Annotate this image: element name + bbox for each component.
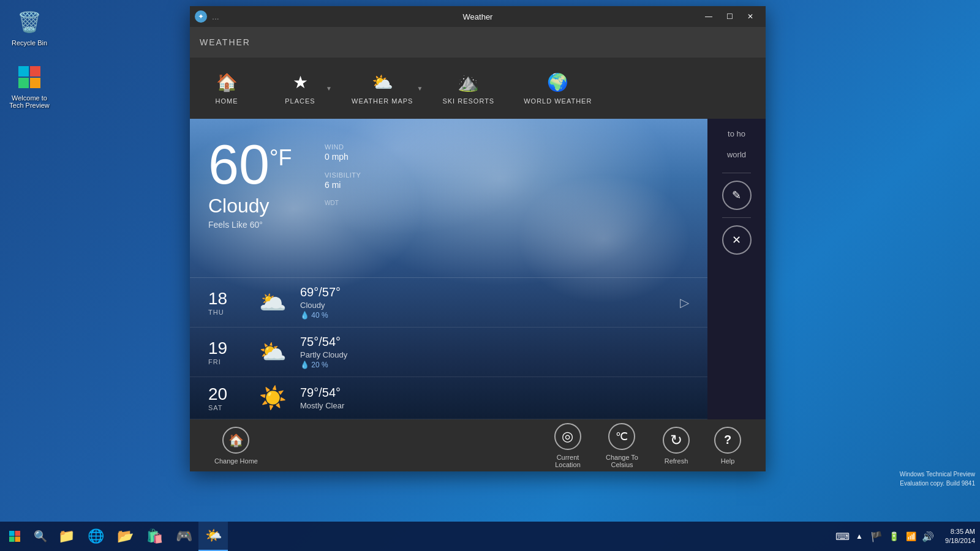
weather-maps-icon: ⛅ xyxy=(372,72,393,92)
search-button[interactable]: 🔍 xyxy=(29,525,51,547)
fri-description: Partly Cloudy xyxy=(300,350,689,359)
visibility-detail: Visibility 6 mi xyxy=(325,171,361,190)
svg-rect-1 xyxy=(30,66,40,77)
taskbar-item-ie[interactable]: 🌐 xyxy=(81,522,110,551)
change-celsius-button[interactable]: ℃ Change to Celsius xyxy=(594,418,650,473)
current-location-button[interactable]: ◎ Current Location xyxy=(542,418,594,473)
desktop-icon-welcome[interactable]: Welcome to Tech Preview xyxy=(5,60,54,111)
desktop: 🗑️ Recycle Bin Welcome to Tech Preview ✦… xyxy=(0,0,980,522)
weather-taskbar-icon: 🌤️ xyxy=(205,528,222,544)
wind-detail: Wind 0 mph xyxy=(325,143,361,162)
feels-like-text: Feels Like 60° xyxy=(208,220,689,230)
panel-remove-button[interactable]: ✕ xyxy=(722,225,752,255)
weather-content: 60°F Cloudy Feels Like 60° Wind 0 mph Vi… xyxy=(190,119,766,419)
weather-navbar-title: WEATHER xyxy=(200,37,251,47)
panel-divider-1 xyxy=(722,173,751,173)
sat-day-num: 20 xyxy=(208,384,245,404)
window-title: Weather xyxy=(463,12,493,21)
taskbar-item-weather[interactable]: 🌤️ xyxy=(198,522,228,551)
maximize-button[interactable]: ☐ xyxy=(719,6,740,27)
keyboard-icon[interactable]: ⌨ xyxy=(835,529,850,544)
svg-rect-3 xyxy=(30,78,40,88)
change-celsius-icon: ℃ xyxy=(608,423,635,450)
panel-edit-button[interactable]: ✎ xyxy=(722,181,752,210)
thu-day-num: 18 xyxy=(208,289,245,309)
folder-icon: 📂 xyxy=(117,528,134,544)
visibility-label: Visibility xyxy=(325,171,361,179)
taskbar-item-store[interactable]: 🛍️ xyxy=(140,522,169,551)
sat-icon: ☀️ xyxy=(257,385,288,411)
ski-resorts-icon: ⛰️ xyxy=(458,72,479,92)
system-clock[interactable]: 8:35 AM 9/18/2014 xyxy=(940,527,980,546)
tab-places[interactable]: ★ PLACES ▼ xyxy=(263,58,337,119)
window-app-icon: ✦ xyxy=(195,10,207,23)
minimize-button[interactable]: — xyxy=(698,6,719,27)
source-label: WDT xyxy=(325,200,361,206)
temperature-display: 60°F xyxy=(208,137,689,192)
tab-weather-maps[interactable]: ⛅ WEATHER MAPS ▼ xyxy=(337,58,428,119)
start-button[interactable] xyxy=(0,522,29,551)
weather-appbar: 🏠 Change Home ◎ Current Location ℃ Chang… xyxy=(190,419,766,471)
tab-home-label: HOME xyxy=(216,97,238,105)
visibility-value: 6 mi xyxy=(325,180,361,190)
weather-nav-tabs: 🏠 HOME ★ PLACES ▼ ⛅ WEATHER MAPS ▼ ⛰️ SK… xyxy=(190,58,766,119)
thu-icon: 🌥️ xyxy=(257,290,288,315)
forecast-date-thu: 18 THU xyxy=(208,289,245,316)
wind-label: Wind xyxy=(325,143,361,151)
close-button[interactable]: ✕ xyxy=(740,6,761,27)
volume-icon[interactable]: 🔊 xyxy=(921,529,935,544)
tab-ski-resorts[interactable]: ⛰️ SKI RESORTS xyxy=(428,58,509,119)
places-dropdown-arrow: ▼ xyxy=(326,85,332,92)
svg-rect-2 xyxy=(18,78,29,88)
weather-navbar: WEATHER xyxy=(190,27,766,58)
refresh-button[interactable]: ↻ Refresh xyxy=(650,422,702,470)
fri-icon: ⛅ xyxy=(257,339,288,365)
flag-icon[interactable]: 🏴 xyxy=(869,529,884,544)
tab-home[interactable]: 🏠 HOME xyxy=(190,58,263,119)
thu-temps: 69°/57° xyxy=(300,285,668,299)
welcome-label: Welcome to Tech Preview xyxy=(9,94,49,109)
tab-world-weather-label: WORLD WEATHER xyxy=(524,97,592,105)
help-label: Help xyxy=(721,457,735,465)
thu-precip: 💧 40 % xyxy=(300,311,668,320)
forecast-date-sat: 20 SAT xyxy=(208,384,245,411)
svg-rect-6 xyxy=(9,537,15,542)
panel-text-line1: to ho xyxy=(728,129,745,140)
system-tray: ⌨ ▲ 🏴 🔋 📶 🔊 xyxy=(830,529,940,544)
window-titlebar: ✦ ... Weather — ☐ ✕ xyxy=(190,6,766,27)
fri-day-num: 19 xyxy=(208,339,245,358)
file-explorer-icon: 📁 xyxy=(58,528,75,544)
tab-ski-resorts-label: SKI RESORTS xyxy=(442,97,494,105)
places-icon: ★ xyxy=(293,72,308,92)
up-arrow-icon[interactable]: ▲ xyxy=(852,529,867,544)
weather-main: 60°F Cloudy Feels Like 60° Wind 0 mph Vi… xyxy=(190,119,707,419)
thu-description: Cloudy xyxy=(300,301,668,310)
thu-play-button[interactable]: ▷ xyxy=(680,295,689,310)
signal-icon[interactable]: 📶 xyxy=(903,529,918,544)
taskbar-item-file-explorer[interactable]: 📁 xyxy=(51,522,81,551)
tab-weather-maps-label: WEATHER MAPS xyxy=(352,97,413,105)
weather-right-panel: to ho world ✎ ✕ xyxy=(707,119,766,419)
change-home-button[interactable]: 🏠 Change Home xyxy=(202,422,270,470)
forecast-row-sat: 20 SAT ☀️ 79°/54° Mostly Clear xyxy=(190,377,707,419)
help-button[interactable]: ? Help xyxy=(702,422,753,470)
thu-temps-desc: 69°/57° Cloudy 💧 40 % xyxy=(300,285,668,320)
desktop-icon-recycle-bin[interactable]: 🗑️ Recycle Bin xyxy=(5,5,54,49)
taskbar-item-folder[interactable]: 📂 xyxy=(110,522,140,551)
help-icon: ? xyxy=(714,427,741,454)
temperature-value: 60 xyxy=(208,134,270,195)
window-controls: — ☐ ✕ xyxy=(698,6,761,27)
taskbar-item-xbox[interactable]: 🎮 xyxy=(169,522,198,551)
store-icon: 🛍️ xyxy=(146,528,163,544)
wind-value: 0 mph xyxy=(325,152,361,162)
tab-world-weather[interactable]: 🌍 WORLD WEATHER xyxy=(509,58,606,119)
fri-precip: 💧 20 % xyxy=(300,361,689,369)
fri-temps-desc: 75°/54° Partly Cloudy 💧 20 % xyxy=(300,335,689,369)
battery-icon[interactable]: 🔋 xyxy=(886,529,901,544)
svg-rect-0 xyxy=(18,66,29,77)
weather-maps-dropdown-arrow: ▼ xyxy=(417,85,423,92)
temperature-unit: °F xyxy=(270,147,292,169)
world-weather-icon: 🌍 xyxy=(547,72,568,92)
taskbar: 🔍 📁 🌐 📂 🛍️ 🎮 🌤️ ⌨ ▲ 🏴 🔋 📶 🔊 8:35 AM xyxy=(0,522,980,551)
home-icon: 🏠 xyxy=(216,72,238,92)
